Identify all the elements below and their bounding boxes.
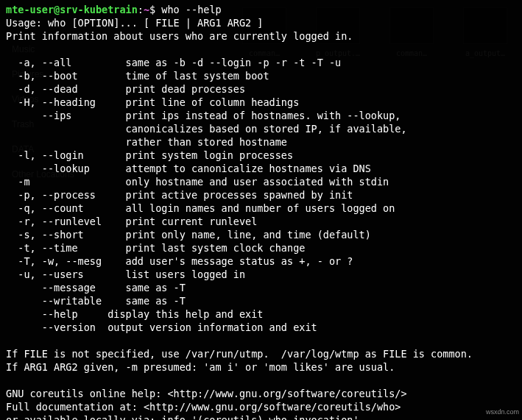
output-line: -m only hostname and user associated wit… [6,176,389,188]
output-line: --lookup attempt to canonicalize hostnam… [6,163,371,174]
output-line: Print information about users who are cu… [6,30,353,42]
output-line: -u, --users list users logged in [6,268,245,280]
output-line: -p, --process print active processes spa… [6,189,353,201]
output-line: -t, --time print last system clock chang… [6,242,305,254]
watermark: wsxdn.com [486,405,519,419]
output-line: --writable same as -T [6,295,186,307]
output-line: --version output version information and… [6,321,317,333]
output-line: -T, -w, --mesg add user's message status… [6,255,353,267]
output-line: --help display this help and exit [6,308,264,320]
output-line: rather than stored hostname [6,136,287,148]
output-line: -s, --short print only name, line, and t… [6,229,371,241]
output-line: GNU coreutils online help: <http://www.g… [6,388,407,399]
prompt-colon: : [138,4,144,15]
output-line: -q, --count all login names and number o… [6,202,395,214]
output-line: -a, --all same as -b -d --login -p -r -t… [6,57,341,68]
output-line: Full documentation at: <http://www.gnu.o… [6,401,401,413]
output-line: canonicalizes based on stored IP, if ava… [6,123,407,135]
terminal-window[interactable]: mte-user@srv-kubetrain:~$ who --help Usa… [0,0,522,420]
command-text: who --help [155,4,221,15]
output-line: -l, --login print system login processes [6,149,293,161]
prompt-symbol: $ [149,4,155,15]
output-line: or available locally via: info '(coreuti… [6,414,359,420]
output-line: Usage: who [OPTION]... [ FILE | ARG1 ARG… [6,17,264,29]
output-line: If FILE is not specified, use /var/run/u… [6,348,473,360]
output-line: --message same as -T [6,282,186,293]
output-line: If ARG1 ARG2 given, -m presumed: 'am i' … [6,361,395,373]
output-line: -r, --runlevel print current runlevel [6,216,257,227]
prompt-path: ~ [144,4,149,15]
output-line: -b, --boot time of last system boot [6,70,269,82]
output-line: -H, --heading print line of column headi… [6,96,299,108]
prompt-user-host: mte-user@srv-kubetrain [6,4,138,15]
output-line: -d, --dead print dead processes [6,83,245,95]
output-line: --ips print ips instead of hostnames. wi… [6,110,401,121]
